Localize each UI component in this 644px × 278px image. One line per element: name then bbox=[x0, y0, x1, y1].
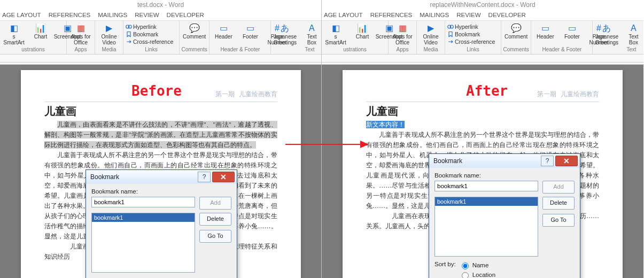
media-group-label: Media bbox=[96, 47, 122, 54]
dialog-titlebar[interactable]: Bookmark ? ✕ bbox=[86, 170, 237, 184]
tab-references[interactable]: REFERENCES bbox=[49, 10, 91, 20]
sort-name-radio[interactable]: Name bbox=[459, 261, 495, 269]
smartart-button[interactable]: ◧s SmartArt bbox=[1, 22, 27, 47]
sortby-label: Sort by: bbox=[434, 261, 456, 267]
text-group-label: Text bbox=[594, 47, 643, 54]
ribbon: ◧s SmartArt 📊Chart ▣Screenshot ustration… bbox=[0, 20, 321, 55]
footer-button[interactable]: ▭Footer bbox=[237, 22, 263, 47]
header-icon: ▭ bbox=[219, 23, 228, 33]
horizontal-ruler[interactable] bbox=[0, 55, 321, 65]
video-label: Online Video bbox=[423, 34, 439, 45]
bookmark-label: Bookmark bbox=[133, 31, 158, 37]
add-button[interactable]: Add bbox=[199, 197, 231, 210]
goto-button[interactable]: Go To bbox=[542, 214, 575, 227]
apps-for-office-button[interactable]: ▦Apps for Office bbox=[390, 22, 415, 47]
tab-mailings[interactable]: MAILINGS bbox=[420, 10, 449, 20]
apps-for-office-button[interactable]: ▦Apps for Office bbox=[68, 22, 94, 47]
chart-label: Chart bbox=[34, 34, 47, 40]
chart-button[interactable]: 📊Chart bbox=[350, 22, 375, 47]
tab-review[interactable]: REVIEW bbox=[456, 10, 480, 20]
japanese-greetings-button[interactable]: あJapanese Greetings bbox=[272, 22, 298, 47]
hyperlink-button[interactable]: Hyperlink bbox=[126, 24, 173, 30]
horizontal-ruler[interactable] bbox=[322, 55, 643, 65]
bookmark-name-input[interactable] bbox=[434, 181, 538, 191]
tab-review[interactable]: REVIEW bbox=[135, 10, 159, 20]
sort-name-label: Name bbox=[472, 262, 489, 268]
tab-references[interactable]: REFERENCES bbox=[370, 10, 413, 20]
sort-location-label: Location bbox=[472, 272, 495, 278]
bookmark-icon bbox=[447, 31, 454, 37]
apps-icon: ▦ bbox=[398, 23, 407, 33]
apps-label: Apps for Office bbox=[71, 34, 90, 45]
delete-button[interactable]: Delete bbox=[199, 213, 231, 226]
tab-page-layout[interactable]: AGE LAYOUT bbox=[2, 10, 41, 20]
document-title: 儿童画 bbox=[366, 106, 599, 117]
bookmark-list[interactable]: bookmark1 bbox=[434, 197, 538, 257]
text-box-button[interactable]: AText Box bbox=[299, 22, 321, 47]
ribbon-tabs: AGE LAYOUT REFERENCES MAILINGS REVIEW DE… bbox=[0, 10, 321, 20]
crossref-label: Cross-reference bbox=[455, 38, 495, 45]
dialog-titlebar[interactable]: Bookmark ? ✕ bbox=[429, 154, 580, 168]
online-video-button[interactable]: ▶Online Video bbox=[96, 22, 122, 47]
help-button[interactable]: ? bbox=[198, 172, 211, 182]
greetings-label: Japanese Greetings bbox=[595, 34, 618, 45]
new-text-selection: 新文本内容！ bbox=[366, 121, 405, 128]
header-button[interactable]: ▭Header bbox=[532, 22, 558, 47]
comments-group-label: Comments bbox=[502, 47, 530, 54]
add-button[interactable]: Add bbox=[542, 181, 575, 194]
video-icon: ▶ bbox=[104, 23, 114, 33]
header-label: Header bbox=[215, 34, 232, 40]
bookmark-list-item[interactable]: bookmark1 bbox=[435, 197, 538, 206]
document-area[interactable]: 第一期 儿童绘画教育 儿童画 儿童画，由表面看来是不讲什么技法的，不讲"画理"、… bbox=[0, 65, 321, 278]
bookmark-name-label: Bookmark name: bbox=[91, 188, 231, 195]
apps-group-label: Apps bbox=[68, 47, 94, 54]
cross-reference-button[interactable]: Cross-reference bbox=[126, 38, 173, 45]
word-window-after: replaceWithNewContent.docx - Word AGE LA… bbox=[322, 0, 643, 278]
sort-location-radio[interactable]: Location bbox=[459, 271, 495, 278]
close-icon[interactable]: ✕ bbox=[212, 172, 235, 182]
ribbon-tabs: AGE LAYOUT REFERENCES MAILINGS REVIEW DE… bbox=[322, 10, 643, 20]
smartart-button[interactable]: ◧s SmartArt bbox=[323, 22, 348, 47]
comment-icon: 💬 bbox=[190, 23, 199, 33]
bookmark-label: Bookmark bbox=[455, 31, 480, 37]
headerfooter-group-label: Header & Footer bbox=[211, 47, 269, 54]
tab-developer[interactable]: DEVELOPER bbox=[167, 10, 204, 20]
header-label: Header bbox=[537, 34, 554, 40]
comment-button[interactable]: 💬Comment bbox=[502, 22, 530, 47]
headerfooter-group-label: Header & Footer bbox=[532, 47, 591, 54]
bookmark-list[interactable]: bookmark1 bbox=[91, 213, 195, 273]
dialog-title: Bookmark bbox=[433, 157, 541, 165]
tab-mailings[interactable]: MAILINGS bbox=[98, 10, 127, 20]
document-area[interactable]: 第一期 儿童绘画教育 儿童画 新文本内容！ 儿童善于表现成人所不易注意的另一个世… bbox=[322, 65, 643, 278]
word-window-before: test.docx - Word AGE LAYOUT REFERENCES M… bbox=[0, 0, 322, 278]
tab-page-layout[interactable]: AGE LAYOUT bbox=[324, 10, 363, 20]
header-button[interactable]: ▭Header bbox=[211, 22, 236, 47]
bookmark-dialog: Bookmark ? ✕ Bookmark name: Add bookmark… bbox=[429, 153, 580, 278]
chart-button[interactable]: 📊Chart bbox=[28, 22, 53, 47]
close-icon[interactable]: ✕ bbox=[555, 156, 578, 166]
help-button[interactable]: ? bbox=[541, 156, 554, 166]
comment-button[interactable]: 💬Comment bbox=[181, 22, 208, 47]
delete-button[interactable]: Delete bbox=[542, 197, 575, 210]
tab-developer[interactable]: DEVELOPER bbox=[488, 10, 526, 20]
new-text-paragraph: 新文本内容！ bbox=[366, 120, 599, 130]
japanese-greetings-button[interactable]: あJapanese Greetings bbox=[594, 22, 619, 47]
footer-button[interactable]: ▭Footer bbox=[559, 22, 585, 47]
svg-point-3 bbox=[450, 25, 453, 28]
text-box-button[interactable]: AText Box bbox=[620, 22, 643, 47]
goto-button[interactable]: Go To bbox=[199, 230, 231, 243]
bookmark-button[interactable]: Bookmark bbox=[126, 31, 173, 37]
bookmark-dialog: Bookmark ? ✕ Bookmark name: Add bookmark… bbox=[86, 169, 237, 278]
links-group-label: Links bbox=[446, 47, 500, 54]
bookmark-icon bbox=[126, 31, 132, 37]
bookmark-list-item[interactable]: bookmark1 bbox=[92, 213, 195, 222]
online-video-button[interactable]: ▶Online Video bbox=[418, 22, 444, 47]
text-group-label: Text bbox=[272, 47, 321, 54]
hyperlink-button[interactable]: Hyperlink bbox=[447, 24, 495, 30]
illustrations-group-label: ustrations bbox=[1, 47, 65, 54]
cross-reference-button[interactable]: Cross-reference bbox=[447, 38, 495, 45]
bookmark-button[interactable]: Bookmark bbox=[447, 31, 495, 37]
footer-label: Footer bbox=[564, 34, 580, 40]
greetings-label: Japanese Greetings bbox=[274, 34, 297, 45]
bookmark-name-input[interactable] bbox=[91, 197, 195, 207]
